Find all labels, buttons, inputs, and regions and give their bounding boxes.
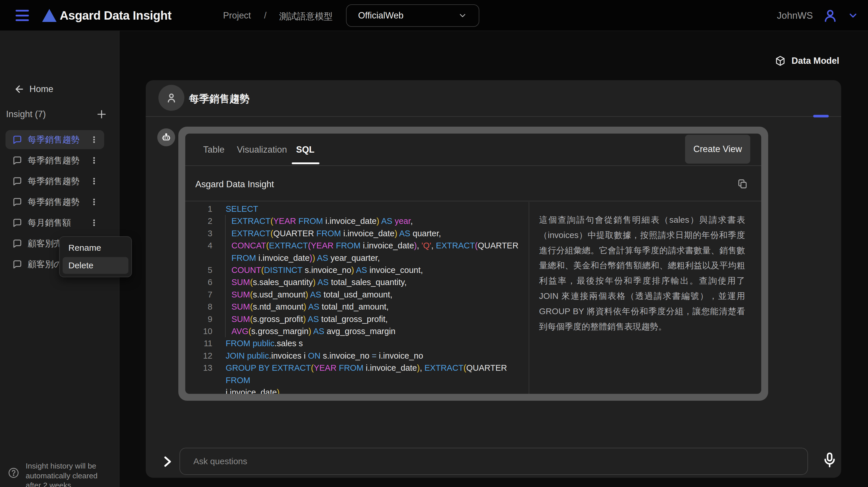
- context-menu-delete[interactable]: Delete: [63, 257, 128, 274]
- code-line-3: 3EXTRACT(QUARTER FROM i.invoice_date) AS…: [185, 227, 529, 239]
- chevron-right-icon[interactable]: [161, 454, 174, 469]
- line-number: 1: [185, 203, 212, 215]
- robot-icon: [161, 132, 172, 142]
- more-options-icon[interactable]: [90, 156, 98, 165]
- arrow-left-icon: [14, 84, 25, 95]
- code-line-11: 11FROM public.sales s: [185, 337, 529, 349]
- tab-sql[interactable]: SQL: [296, 134, 314, 166]
- app-root: Asgard Data Insight Project / 測試語意模型 Off…: [0, 0, 868, 487]
- item-menu-button[interactable]: [90, 218, 98, 228]
- sidebar-item-insight-3[interactable]: 每季銷售趨勢: [5, 172, 104, 191]
- chat-bubble-icon: [12, 176, 23, 186]
- breadcrumb-page: 測試語意模型: [279, 10, 333, 23]
- line-number: 12: [185, 350, 212, 362]
- bot-avatar: [157, 128, 175, 146]
- line-number: 7: [185, 289, 212, 301]
- sql-explanation-panel: 這個查詢語句會從銷售明細表（sales）與請求書表（invoices）中提取數據…: [529, 202, 761, 394]
- microphone-icon[interactable]: [821, 451, 838, 470]
- conversation-panel: 每季銷售趨勢 Table Visualization SQL Create Vi…: [146, 80, 841, 478]
- code-line-8: 8SUM(s.ntd_amount) AS total_ntd_amount,: [185, 301, 529, 313]
- insight-section-label: Insight (7): [6, 109, 46, 120]
- insight-section-header: Insight (7): [6, 109, 107, 120]
- sql-panel-title: Asgard Data Insight: [195, 179, 274, 190]
- insight-item-label: 每季銷售趨勢: [28, 175, 80, 187]
- data-model-button[interactable]: Data Model: [775, 55, 839, 66]
- code-line-12: 12JOIN public.invoices i ON s.invoice_no…: [185, 350, 529, 362]
- more-options-icon[interactable]: [90, 197, 98, 207]
- history-note: Insight history will be automatically cl…: [8, 461, 110, 487]
- active-tab-indicator: [292, 162, 319, 164]
- item-menu-button[interactable]: [90, 197, 98, 207]
- code-line-5: 5COUNT(DISTINCT s.invoice_no) AS invoice…: [185, 264, 529, 276]
- code-line-1: 1SELECT: [185, 203, 529, 215]
- tab-table[interactable]: Table: [203, 134, 224, 166]
- scroll-indicator[interactable]: [813, 115, 829, 118]
- result-card-inner: Table Visualization SQL Create View Asga…: [185, 134, 761, 394]
- chat-bubble-icon: [12, 155, 23, 166]
- sql-panel-header: Asgard Data Insight: [185, 166, 761, 201]
- line-number: 11: [185, 337, 212, 349]
- menu-icon[interactable]: [16, 10, 29, 21]
- item-menu-button[interactable]: [90, 156, 98, 165]
- code-line-2: 2EXTRACT(YEAR FROM i.invoice_date) AS ye…: [185, 215, 529, 227]
- question-input-row: [146, 448, 841, 478]
- line-number: 2: [185, 215, 212, 227]
- line-number: 6: [185, 276, 212, 288]
- code-line-10: 10AVG(s.gross_margin) AS avg_gross_margi…: [185, 325, 529, 337]
- line-number: 3: [185, 227, 212, 239]
- divider: [146, 116, 841, 117]
- line-number: 13: [185, 362, 212, 374]
- conversation-title: 每季銷售趨勢: [189, 92, 250, 106]
- add-insight-button[interactable]: [96, 109, 107, 120]
- line-number: 10: [185, 325, 212, 337]
- insight-item-label: 每季銷售趨勢: [28, 134, 80, 146]
- line-number: 8: [185, 301, 212, 313]
- chat-bubble-icon: [12, 218, 23, 228]
- sql-explanation-text: 這個查詢語句會從銷售明細表（sales）與請求書表（invoices）中提取數據…: [539, 212, 745, 334]
- home-label: Home: [29, 84, 53, 94]
- question-circle-icon: [8, 467, 19, 487]
- conversation-header: 每季銷售趨勢: [146, 80, 841, 116]
- tabs-bar: Table Visualization SQL Create View: [185, 134, 761, 166]
- person-icon: [165, 91, 178, 104]
- sidebar-item-insight-4[interactable]: 每季銷售趨勢: [5, 192, 104, 212]
- line-number: 9: [185, 313, 212, 325]
- sidebar-item-insight-1[interactable]: 每季銷售趨勢: [5, 130, 104, 149]
- sidebar-item-insight-5[interactable]: 每月銷售額: [5, 213, 104, 232]
- cube-icon: [775, 55, 786, 66]
- item-menu-button[interactable]: [90, 135, 98, 144]
- create-view-button[interactable]: Create View: [685, 135, 750, 164]
- main-content: Data Model 每季銷售趨勢 Table Visualization: [120, 31, 868, 487]
- ask-questions-input[interactable]: [180, 448, 808, 475]
- line-number: 5: [185, 264, 212, 276]
- user-menu[interactable]: JohnWS: [777, 0, 859, 31]
- more-options-icon[interactable]: [90, 218, 98, 228]
- insight-item-label: 每季銷售趨勢: [28, 196, 80, 208]
- logo-triangle-icon: [42, 9, 57, 22]
- context-menu: Rename Delete: [59, 236, 132, 277]
- home-button[interactable]: Home: [14, 84, 53, 95]
- history-note-text: Insight history will be automatically cl…: [26, 461, 110, 487]
- app-title: Asgard Data Insight: [60, 9, 172, 23]
- chevron-down-icon: [847, 10, 859, 21]
- context-menu-rename[interactable]: Rename: [63, 240, 128, 256]
- breadcrumb-project[interactable]: Project: [223, 10, 251, 21]
- more-options-icon[interactable]: [90, 176, 98, 186]
- code-line-7: 7SUM(s.usd_amount) AS total_usd_amount,: [185, 289, 529, 301]
- more-options-icon[interactable]: [90, 135, 98, 144]
- code-line-4: 4CONCAT(EXTRACT(YEAR FROM i.invoice_date…: [185, 239, 529, 264]
- copy-icon[interactable]: [737, 178, 748, 189]
- chat-bubble-icon: [12, 197, 23, 207]
- sql-code-block[interactable]: 1SELECT2EXTRACT(YEAR FROM i.invoice_date…: [185, 202, 529, 394]
- sidebar: Home Insight (7) 每季銷售趨勢每季銷售趨勢每季銷售趨勢每季銷售趨…: [0, 31, 120, 487]
- line-number: 4: [185, 239, 212, 252]
- item-menu-button[interactable]: [90, 176, 98, 186]
- avatar: [158, 85, 184, 111]
- code-line-13: 13GROUP BY EXTRACT(YEAR FROM i.invoice_d…: [185, 362, 529, 394]
- navbar: Asgard Data Insight Project / 測試語意模型 Off…: [0, 0, 868, 31]
- username: JohnWS: [777, 10, 813, 21]
- data-model-label: Data Model: [792, 56, 839, 66]
- model-select-dropdown[interactable]: OfficialWeb: [346, 4, 479, 27]
- sidebar-item-insight-2[interactable]: 每季銷售趨勢: [5, 151, 104, 170]
- tab-visualization[interactable]: Visualization: [237, 134, 287, 166]
